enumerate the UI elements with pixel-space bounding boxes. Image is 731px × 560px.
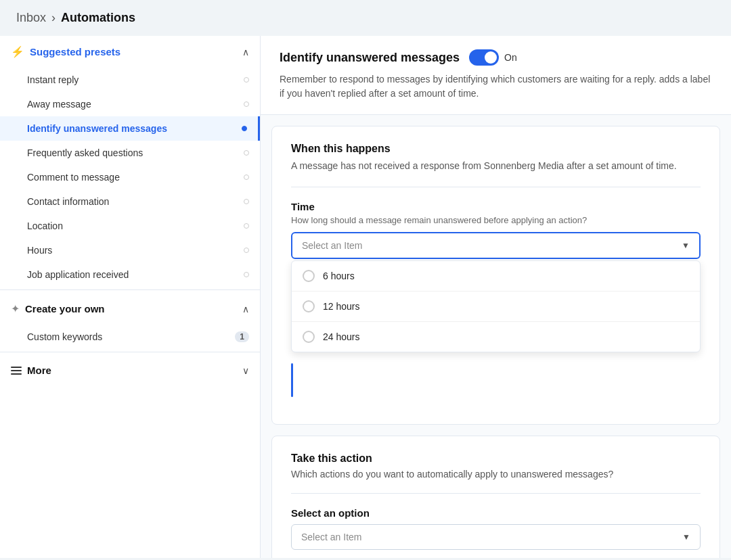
sidebar-item-label: Contact information: [27, 196, 109, 207]
main-title: Identify unanswered messages: [280, 51, 460, 65]
sidebar-item-hours[interactable]: Hours: [0, 238, 260, 262]
time-select-wrapper: Select an Item ▼ 6 hours 12 hours: [291, 232, 701, 352]
toggle-label: On: [504, 52, 517, 63]
when-happens-card: When this happens A message has not rece…: [271, 126, 720, 425]
select-option-label: Select an option: [291, 507, 701, 519]
more-left: More: [11, 365, 51, 376]
lightning-icon: ⚡: [11, 45, 24, 58]
when-title: When this happens: [291, 143, 701, 155]
more-title: More: [27, 365, 51, 376]
toggle-knob: [485, 51, 497, 64]
sidebar-item-label: Comment to message: [27, 172, 120, 183]
toggle-wrapper: On: [469, 49, 517, 66]
sidebar-item-comment-to-message[interactable]: Comment to message: [0, 165, 260, 189]
inbox-link[interactable]: Inbox: [16, 11, 46, 25]
suggested-presets-header[interactable]: ⚡ Suggested presets ∧: [0, 36, 260, 68]
option-24-hours-label: 24 hours: [323, 331, 359, 342]
main-description: Remember to respond to messages by ident…: [280, 72, 712, 101]
sidebar-item-dot: [244, 101, 249, 107]
action-chevron-down-icon: ▼: [682, 532, 690, 542]
sidebar-item-label: Frequently asked questions: [27, 147, 143, 158]
sidebar-item-dot: [244, 223, 249, 229]
option-6-hours-label: 6 hours: [323, 271, 355, 281]
suggested-presets-title: Suggested presets: [30, 46, 120, 57]
sidebar-item-label: Job application received: [27, 269, 129, 280]
sidebar-item-label: Away message: [27, 99, 91, 110]
time-dropdown-options: 6 hours 12 hours 24 hours: [291, 260, 701, 352]
sidebar-item-dot: [244, 248, 249, 253]
main-content: Identify unanswered messages On Remember…: [261, 36, 731, 558]
section-divider: [291, 187, 701, 187]
time-select[interactable]: Select an Item ▼: [291, 232, 701, 259]
radio-6-hours: [303, 270, 315, 282]
sidebar-item-dot: [244, 174, 249, 180]
sidebar-divider-2: [0, 352, 260, 352]
sidebar-item-label: Instant reply: [27, 74, 79, 85]
sidebar-divider: [0, 289, 260, 290]
create-your-own-title: Create your own: [25, 303, 105, 314]
suggested-presets-header-left: ⚡ Suggested presets: [11, 45, 120, 58]
vertical-bar: [291, 363, 293, 397]
unanswered-toggle[interactable]: [469, 49, 499, 66]
sidebar-item-away-message[interactable]: Away message: [0, 92, 260, 116]
main-header: Identify unanswered messages On Remember…: [261, 36, 731, 115]
action-select[interactable]: Select an Item ▼: [291, 524, 701, 550]
sidebar-item-label: Identify unanswered messages: [27, 123, 167, 134]
suggested-presets-chevron: ∧: [242, 47, 249, 57]
create-your-own-header-left: ✦ Create your own: [11, 302, 105, 315]
hamburger-line-3: [11, 373, 22, 375]
time-label: Time: [291, 201, 701, 212]
sidebar-item-dot: [244, 272, 249, 277]
sidebar-item-label: Location: [27, 220, 63, 231]
hamburger-icon: [11, 367, 22, 375]
sidebar-item-dot: [244, 150, 249, 156]
breadcrumb: Inbox › Automations: [0, 0, 731, 36]
action-description: Which actions do you want to automatical…: [291, 469, 701, 480]
sidebar-item-instant-reply[interactable]: Instant reply: [0, 68, 260, 92]
sidebar-item-dot: [244, 77, 249, 83]
breadcrumb-chevron: ›: [51, 11, 56, 25]
hamburger-line-1: [11, 367, 22, 368]
app-layout: ⚡ Suggested presets ∧ Instant reply Away…: [0, 36, 731, 558]
sidebar-item-label: Hours: [27, 245, 52, 256]
sidebar: ⚡ Suggested presets ∧ Instant reply Away…: [0, 36, 261, 558]
create-your-own-section: ✦ Create your own ∧ Custom keywords 1: [0, 293, 260, 349]
sidebar-item-label: Custom keywords: [27, 331, 102, 342]
sidebar-item-dot: [244, 199, 249, 204]
option-12-hours-label: 12 hours: [323, 301, 359, 312]
action-divider: [291, 493, 701, 494]
more-section[interactable]: More ∨: [0, 355, 260, 386]
when-description: A message has not received a response fr…: [291, 159, 701, 173]
suggested-presets-section: ⚡ Suggested presets ∧ Instant reply Away…: [0, 36, 260, 287]
sidebar-item-job-application[interactable]: Job application received: [0, 262, 260, 287]
custom-keywords-badge: 1: [235, 331, 249, 342]
radio-24-hours: [303, 331, 315, 343]
more-chevron: ∨: [242, 365, 249, 376]
sidebar-item-dot-active: [242, 126, 247, 131]
sidebar-item-identify-unanswered[interactable]: Identify unanswered messages: [0, 116, 260, 141]
sidebar-item-location[interactable]: Location: [0, 214, 260, 238]
sidebar-item-faq[interactable]: Frequently asked questions: [0, 141, 260, 165]
option-6-hours[interactable]: 6 hours: [292, 261, 700, 291]
main-title-row: Identify unanswered messages On: [280, 49, 712, 66]
sparkle-icon: ✦: [11, 302, 20, 315]
time-select-placeholder: Select an Item: [302, 240, 363, 251]
automations-title: Automations: [61, 11, 135, 25]
hamburger-line-2: [11, 370, 22, 371]
option-12-hours[interactable]: 12 hours: [292, 291, 700, 322]
create-your-own-header[interactable]: ✦ Create your own ∧: [0, 293, 260, 325]
create-your-own-chevron: ∧: [242, 304, 249, 314]
take-action-card: Take this action Which actions do you wa…: [271, 436, 720, 558]
sidebar-item-custom-keywords[interactable]: Custom keywords 1: [0, 325, 260, 349]
action-select-placeholder: Select an Item: [301, 532, 362, 542]
sidebar-item-contact-info[interactable]: Contact information: [0, 189, 260, 214]
action-title: Take this action: [291, 452, 701, 465]
radio-12-hours: [303, 300, 315, 312]
chevron-down-icon: ▼: [682, 241, 690, 250]
option-24-hours[interactable]: 24 hours: [292, 322, 700, 352]
time-sublabel: How long should a message remain unanswe…: [291, 215, 701, 225]
